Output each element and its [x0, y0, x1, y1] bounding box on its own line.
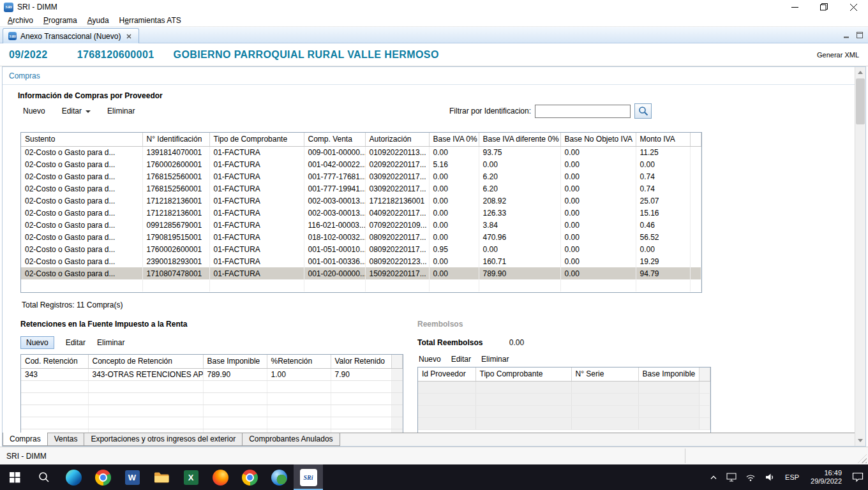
hidden-icons-chevron-icon[interactable]	[705, 464, 722, 490]
restore-icon[interactable]	[809, 0, 839, 14]
menu-item-archivo[interactable]: Archivo	[3, 15, 38, 26]
cell[interactable]: 0.00	[560, 182, 636, 195]
cell[interactable]: 01-FACTURA	[209, 255, 304, 267]
retenciones-eliminar-button[interactable]: Eliminar	[97, 338, 124, 347]
cell[interactable]: 02-Costo o Gasto para d...	[21, 219, 142, 231]
cell[interactable]: 1760002600001	[142, 243, 209, 255]
reembolsos-eliminar-button[interactable]: Eliminar	[481, 355, 509, 364]
cell[interactable]: 02-Costo o Gasto para d...	[21, 255, 142, 267]
table-row[interactable]: 02-Costo o Gasto para d...17108074780010…	[21, 267, 701, 279]
cell[interactable]: 01-FACTURA	[209, 195, 304, 207]
cell[interactable]: 02-Costo o Gasto para d...	[21, 146, 142, 158]
cell[interactable]: 2390018293001	[142, 255, 209, 267]
column-header[interactable]: Sustento	[21, 133, 142, 146]
cell[interactable]: 01-FACTURA	[209, 170, 304, 182]
filter-input[interactable]	[535, 105, 631, 118]
column-header[interactable]: N° Serie	[571, 368, 638, 381]
cell[interactable]: 0.00	[560, 146, 636, 158]
cell[interactable]: 018-102-00032...	[304, 231, 365, 243]
cell[interactable]: 001-777-19941...	[304, 182, 365, 195]
table-row[interactable]: 02-Costo o Gasto para d...17908195150010…	[21, 231, 701, 243]
cell[interactable]: 19.29	[636, 255, 690, 267]
table-row[interactable]: 02-Costo o Gasto para d...17681525600010…	[21, 182, 701, 195]
cell[interactable]: 6.20	[479, 182, 560, 195]
cell[interactable]: 0.00	[429, 146, 479, 158]
cell[interactable]: 7.90	[331, 368, 391, 380]
cell[interactable]: 001-042-00022...	[304, 158, 365, 170]
cell[interactable]: 009-001-00000...	[304, 146, 365, 158]
empty-cell[interactable]	[690, 255, 701, 267]
cell[interactable]: 0.00	[429, 219, 479, 231]
cell[interactable]: 01-FACTURA	[209, 219, 304, 231]
compras-nuevo-button[interactable]: Nuevo	[23, 107, 45, 115]
empty-cell[interactable]	[690, 182, 701, 195]
empty-cell[interactable]	[690, 243, 701, 255]
column-header[interactable]: Tipo de Comprobante	[209, 133, 304, 146]
cell[interactable]: 56.52	[636, 231, 690, 243]
column-header[interactable]: Valor Retenido	[331, 355, 391, 368]
cell[interactable]: 1.00	[267, 368, 331, 380]
taskbar-search-button[interactable]	[29, 464, 59, 490]
empty-cell[interactable]	[690, 219, 701, 231]
cell[interactable]: 208.92	[479, 195, 560, 207]
cell[interactable]: 01-FACTURA	[209, 182, 304, 195]
cell[interactable]: 02-Costo o Gasto para d...	[21, 207, 142, 219]
cell[interactable]: 150920220117...	[365, 267, 429, 279]
minimize-icon[interactable]	[780, 0, 809, 14]
column-header[interactable]: N° Identificación	[142, 133, 209, 146]
cell[interactable]: 0.00	[429, 170, 479, 182]
volume-tray-icon[interactable]	[760, 464, 779, 490]
cell[interactable]: 11.25	[636, 146, 690, 158]
cell[interactable]: 002-003-00013...	[304, 207, 365, 219]
empty-cell[interactable]	[690, 158, 701, 170]
cell[interactable]: 0.74	[636, 182, 690, 195]
empty-cell[interactable]	[690, 146, 701, 158]
cell[interactable]: 0.00	[560, 255, 636, 267]
edge-app-button[interactable]	[59, 464, 88, 490]
column-header[interactable]: Base IVA diferente 0%	[479, 133, 560, 146]
table-row[interactable]: 02-Costo o Gasto para d...17600026000010…	[21, 243, 701, 255]
cell[interactable]: 070920220109...	[365, 219, 429, 231]
cell[interactable]: 1712182136001	[142, 207, 209, 219]
column-header[interactable]: Base IVA 0%	[429, 133, 479, 146]
cell[interactable]: 1790819515001	[142, 231, 209, 243]
cell[interactable]: 040920220117...	[365, 207, 429, 219]
cell[interactable]: 0.00	[636, 243, 690, 255]
column-header[interactable]: Base Imponible	[638, 368, 699, 381]
table-row[interactable]: 02-Costo o Gasto para d...17121821360010…	[21, 195, 701, 207]
cell[interactable]: 0.00	[429, 267, 479, 279]
cell[interactable]: 010920220113...	[365, 146, 429, 158]
table-row[interactable]: 02-Costo o Gasto para d...09912856790010…	[21, 219, 701, 231]
column-header[interactable]: Comp. Venta	[304, 133, 365, 146]
tab-anexo-transaccional[interactable]: Anexo Transaccional (Nuevo)	[3, 28, 139, 43]
cell[interactable]: 01-FACTURA	[209, 231, 304, 243]
cell[interactable]: 5.16	[429, 158, 479, 170]
cell[interactable]: 470.96	[479, 231, 560, 243]
excel-app-button[interactable]	[176, 464, 206, 490]
action-center-icon[interactable]	[848, 464, 868, 490]
chrome2-app-button[interactable]	[235, 464, 264, 490]
empty-cell[interactable]	[690, 195, 701, 207]
cell[interactable]: 25.07	[636, 195, 690, 207]
cell[interactable]: 3.84	[479, 219, 560, 231]
search-button[interactable]	[634, 103, 652, 119]
cell[interactable]: 02-Costo o Gasto para d...	[21, 267, 142, 279]
reembolsos-nuevo-button[interactable]: Nuevo	[419, 355, 441, 364]
cell[interactable]: 0.00	[429, 255, 479, 267]
column-header[interactable]: Base No Objeto IVA	[560, 133, 636, 146]
cell[interactable]: 0.00	[479, 158, 560, 170]
reembolsos-table[interactable]: Id ProveedorTipo ComprobanteN° SerieBase…	[417, 367, 711, 433]
cell[interactable]: 0.00	[429, 195, 479, 207]
cell[interactable]: 080920220123...	[365, 255, 429, 267]
view-minimize-icon[interactable]	[844, 31, 850, 40]
scroll-up-icon[interactable]	[855, 67, 865, 78]
cell[interactable]: 1712182136001	[365, 195, 429, 207]
cell[interactable]: 160.71	[479, 255, 560, 267]
tab-close-icon[interactable]	[124, 32, 133, 41]
cell[interactable]: 6.20	[479, 170, 560, 182]
cell[interactable]: 0.00	[560, 195, 636, 207]
cell[interactable]: 789.90	[203, 368, 267, 380]
cell[interactable]: 01-FACTURA	[209, 243, 304, 255]
cell[interactable]: 0.74	[636, 170, 690, 182]
cell[interactable]: 343-OTRAS RETENCIONES AP...	[88, 368, 203, 380]
